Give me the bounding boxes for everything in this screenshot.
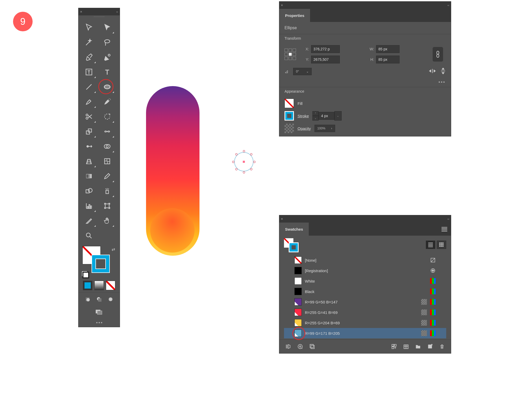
scissors-tool[interactable] [81,109,97,124]
swatch-name: White [305,279,427,283]
color-mode-solid[interactable] [83,281,92,290]
screen-mode-button[interactable] [95,309,103,316]
width-input[interactable] [376,45,400,53]
canvas-artwork [146,86,200,256]
edit-toolbar-button[interactable] [78,318,120,327]
link-dimensions-button[interactable] [433,47,443,62]
registration-icon [430,268,436,273]
add-to-library-icon[interactable] [297,343,304,350]
rotate-tool[interactable] [99,109,115,124]
fill-swatch-button[interactable] [285,99,294,108]
mesh-tool[interactable] [99,154,115,168]
rgb-icon [430,330,436,336]
width-tool[interactable] [99,124,115,139]
fill-stroke-indicator[interactable]: ⇄ [78,245,120,279]
paintbrush-tool[interactable] [81,94,97,109]
collapse-icon[interactable]: ‹‹ [116,10,118,13]
swatch-name: R=255 G=41 B=69 [305,310,418,315]
y-input[interactable] [311,56,340,63]
selected-ellipse[interactable] [232,150,256,174]
opacity-swatch[interactable] [285,124,294,133]
svg-rect-46 [404,345,408,349]
svg-rect-30 [439,244,440,245]
default-fill-stroke-icon[interactable] [82,271,87,277]
new-color-group-icon[interactable] [402,343,410,350]
close-icon[interactable]: × [281,217,283,221]
draw-normal-icon[interactable] [83,295,92,304]
swap-fill-stroke-icon[interactable]: ⇄ [112,247,115,252]
swatch-item[interactable]: [None] [284,255,446,265]
shape-builder-tool[interactable] [99,139,115,153]
tab-properties[interactable]: Properties [279,9,310,22]
svg-point-15 [88,188,92,192]
color-mode-gradient[interactable] [94,281,104,290]
draw-inside-icon[interactable] [106,295,115,304]
delete-swatch-icon[interactable] [438,343,446,350]
more-options-button[interactable] [279,79,451,87]
svg-rect-31 [441,244,442,245]
tab-swatches[interactable]: Swatches [279,223,309,236]
panel-grip[interactable] [78,15,120,18]
collapse-icon[interactable]: ‹‹ [448,4,449,7]
ellipse-tool[interactable] [99,80,115,94]
swatch-item[interactable]: R=255 G=204 B=69 [284,318,446,328]
swatch-options-icon[interactable] [390,343,398,350]
artboard-tool[interactable] [99,199,115,213]
swatch-name: [None] [305,258,427,262]
x-input[interactable] [311,45,340,53]
list-view-button[interactable] [426,241,435,249]
new-folder-icon[interactable] [414,343,422,350]
svg-point-5 [86,114,88,116]
swatch-item[interactable]: Black [284,286,446,297]
symbol-sprayer-tool[interactable] [99,184,115,198]
close-icon[interactable]: × [80,10,82,14]
show-swatch-kinds-icon[interactable] [309,343,316,350]
stroke-width-stepper[interactable]: ⌃⌄ 4 px ⌄ [312,111,342,121]
swatches-fill-stroke[interactable] [284,238,299,251]
swatch-item[interactable]: [Registration] [284,265,446,276]
svg-point-1 [108,54,110,56]
swatch-item[interactable]: R=255 G=41 B=69 [284,307,446,318]
new-swatch-icon[interactable] [426,343,434,350]
opacity-input[interactable]: 100%› [315,125,335,132]
swatch-item[interactable]: R=99 G=50 B=147 [284,297,446,307]
draw-behind-icon[interactable] [94,295,104,304]
panel-menu-icon[interactable] [442,223,451,236]
pen-tool[interactable] [81,50,97,64]
stroke-swatch[interactable] [92,255,110,273]
slice-tool[interactable] [81,213,97,228]
blob-brush-tool[interactable] [99,94,115,109]
direct-selection-tool[interactable] [99,20,115,34]
close-icon[interactable]: × [281,3,283,7]
height-input[interactable] [376,56,400,63]
grid-view-button[interactable] [437,241,446,249]
collapse-icon[interactable]: ‹‹ [448,217,449,220]
scale-tool[interactable] [81,124,97,139]
perspective-grid-tool[interactable] [81,154,97,168]
hand-tool[interactable] [99,213,115,228]
rotation-input[interactable]: 0°⌄ [293,68,312,75]
stroke-swatch-button[interactable] [285,111,294,121]
blend-tool[interactable] [81,184,97,198]
touch-type-tool[interactable] [99,65,115,79]
zoom-tool[interactable] [81,228,97,243]
selection-tool[interactable] [81,20,97,34]
stroke-label[interactable]: Stroke [298,114,309,118]
reference-point-selector[interactable] [285,49,296,60]
opacity-label[interactable]: Opacity [298,126,311,131]
swatch-item[interactable]: R=99 G=171 B=205 [284,328,446,338]
free-transform-tool[interactable] [81,139,97,153]
magic-wand-tool[interactable] [81,35,97,49]
swatch-item[interactable]: White [284,276,446,286]
type-tool[interactable] [81,65,97,79]
flip-vertical-icon[interactable] [440,68,446,75]
flip-horizontal-icon[interactable] [429,68,436,74]
eyedropper-tool[interactable] [99,169,115,183]
curvature-tool[interactable] [99,50,115,64]
color-mode-none[interactable] [106,281,115,290]
swatch-libraries-icon[interactable] [285,343,292,350]
lasso-tool[interactable] [99,35,115,49]
column-graph-tool[interactable] [81,199,97,213]
gradient-tool[interactable] [81,169,97,183]
line-tool[interactable] [81,80,97,94]
